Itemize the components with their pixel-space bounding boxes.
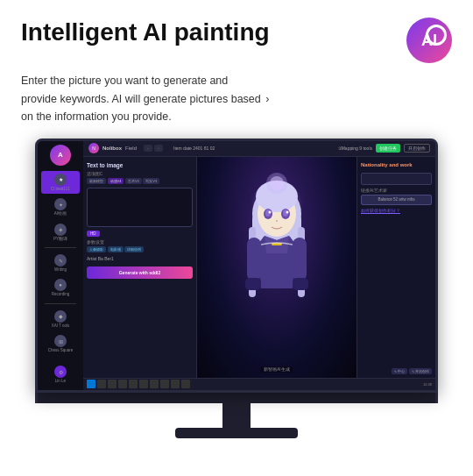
sidebar-label-xaitools: XAI T ools [43,323,78,328]
monitor-wrapper: A ★ Cl beat111 ✦ AI绘画 ◈ PY翻译 ✎ Writing [0,139,473,438]
anime-character-svg [233,166,321,341]
topbar-logo-icon: N [88,143,99,153]
desc-line2: provide keywords. AI will generate pictu… [21,93,261,105]
artist-name: Artist Ba Ber1 [87,256,193,261]
bottom-action-bar: ∿ 中心 ∿ 开启创作 [392,368,432,374]
tag-realistic[interactable]: 写实V3 [143,178,159,184]
sidebar-item-linle[interactable]: ⚙ Lin Le [41,363,80,386]
balance-btn[interactable]: Balance 52 artw nths [361,195,432,205]
content-area: Text to image 选项图C 最新模型 动漫V4 艺术V3 写实V3 H… [83,157,435,378]
monitor-stand-base [175,428,298,438]
topbar-create-btn[interactable]: 创建任务 [376,144,400,153]
page-header: Intelligent AI painting AI [0,0,473,72]
monitor-stand-neck [222,403,251,428]
sidebar-item-writing[interactable]: ✎ Writing [41,252,80,274]
sidebar-label-recording: Recording [43,292,78,296]
center-panel: 新智画AI生成 [197,157,357,378]
sidebar-item-recording[interactable]: ● Recording [41,276,80,299]
topbar-open-btn[interactable]: 开启创作 [404,144,430,153]
tag-anime[interactable]: 动漫V4 [108,178,124,184]
right-panel: Nationality and work 链接AI艺术家 Balance 52 … [357,157,435,378]
translate-icon: ◈ [54,224,67,236]
topbar-field: Field [125,146,137,151]
artist-section: Artist Ba Ber1 [87,256,193,261]
sidebar-item-translate[interactable]: ◈ PY翻译 [41,221,80,244]
param-section: 参数设置 人像摄影 电影感 详细说明 [87,240,193,252]
taskbar-icon-2[interactable] [108,380,116,388]
tag-detailed[interactable]: 详细说明 [124,246,144,252]
sidebar-divider-1 [45,247,76,248]
ai-artist-label: 链接AI艺术家 [361,188,432,193]
page-description: Enter the picture you want to generate a… [0,72,298,139]
desc-line1: Enter the picture you want to generate a… [21,75,228,87]
right-panel-title: Nationality and work [361,162,432,167]
sidebar-item-chess[interactable]: ⊞ Chess Square [41,332,80,355]
credits-link[interactable]: 如何获得创作积分？ [361,209,432,213]
sidebar-divider-2 [45,303,76,304]
xaitools-icon: ◆ [54,310,67,323]
taskbar-icon-5[interactable] [139,380,148,388]
taskbar-icon-4[interactable] [129,380,138,388]
page-title: Intelligent AI painting [21,18,270,47]
nav-fwd-btn[interactable]: › [154,145,163,152]
taskbar-icon-8[interactable] [171,380,180,388]
svg-rect-15 [247,238,261,281]
topbar-nav: ‹ › [144,145,163,152]
tag-art[interactable]: 艺术V3 [125,178,142,184]
taskbar-icon-7[interactable] [160,380,169,388]
ai-watermark: 新智画AI生成 [260,366,293,373]
sidebar-label-translate: PY翻译 [43,237,78,241]
windows-icon[interactable] [87,380,95,388]
prompt-input[interactable] [87,188,193,227]
anime-figure: 新智画AI生成 [197,157,357,378]
sidebar-item-clbeat[interactable]: ★ Cl beat111 [41,171,80,194]
svg-point-20 [270,176,284,190]
tag-latest[interactable]: 最新模型 [87,178,106,184]
taskbar-icon-6[interactable] [150,380,159,388]
sidebar-logo: A [50,145,71,166]
writing-icon: ✎ [54,254,67,266]
top-bar: N Nolibox Field ‹ › Item date 2401 81 02… [83,141,435,157]
aipainting-icon: ✦ [54,198,67,210]
open-creation-btn[interactable]: ∿ 开启创作 [409,368,432,374]
sidebar-label-chess: Chess Square [43,348,78,352]
taskbar-icon-1[interactable] [97,380,106,388]
main-content: N Nolibox Field ‹ › Item date 2401 81 02… [83,141,435,390]
tag-portrait[interactable]: 人像摄影 [87,246,106,252]
sidebar-label-aipainting: AI绘画 [43,211,78,216]
svg-point-11 [269,210,272,213]
left-panel: Text to image 选项图C 最新模型 动漫V4 艺术V3 写实V3 H… [83,157,197,378]
svg-point-13 [276,220,278,222]
center-btn[interactable]: ∿ 中心 [392,368,407,374]
chess-icon: ⊞ [54,335,67,347]
linle-icon: ⚙ [54,366,67,378]
sidebar-label-writing: Writing [43,267,78,272]
model-tags: 最新模型 动漫V4 艺术V3 写实V3 [87,178,193,184]
sidebar-item-aipainting[interactable]: ✦ AI绘画 [41,195,80,218]
sidebar-label-clbeat: Cl beat111 [43,187,78,191]
svg-rect-18 [293,278,308,290]
topbar-brand: Nolibox [102,146,122,151]
param-label: 参数设置 [87,240,193,245]
taskbar-icon-3[interactable] [118,380,127,388]
generate-button[interactable]: Generate with sddl2 [87,266,193,279]
section-label: 选项图C [87,172,193,176]
app-ui: A ★ Cl beat111 ✦ AI绘画 ◈ PY翻译 ✎ Writing [38,141,435,390]
sidebar-item-xaitools[interactable]: ◆ XAI T ools [41,308,80,330]
recording-icon: ● [54,279,67,291]
hd-badge: HD [87,231,100,237]
ai-logo-icon: AI [406,18,452,63]
desc-apostrophe: › [265,93,269,105]
clbeat-icon: ★ [54,174,67,186]
product-name-input[interactable] [361,173,432,185]
param-tags-group: 人像摄影 电影感 详细说明 [87,246,193,252]
panel-title: Text to image [87,162,193,168]
taskbar-time: 12:30 [423,382,432,387]
tag-cinematic[interactable]: 电影感 [108,246,124,252]
svg-rect-16 [293,238,307,281]
desc-line3: on the information you provide. [21,110,172,123]
nav-back-btn[interactable]: ‹ [144,145,152,152]
taskbar-icon-9[interactable] [181,380,190,388]
topbar-tools: ①Mapping 9 tools [338,146,372,151]
ai-logo-text: AI [421,32,437,50]
